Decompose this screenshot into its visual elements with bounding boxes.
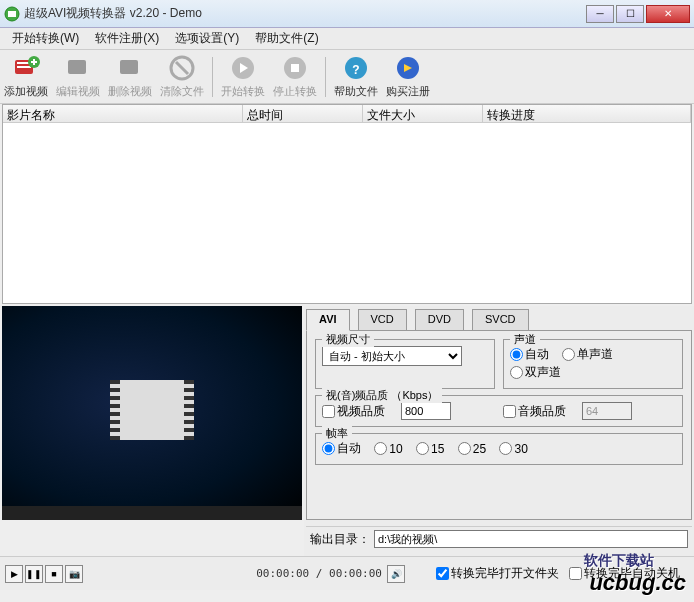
audio-quality-input[interactable] bbox=[582, 402, 632, 420]
add-video-icon bbox=[12, 54, 40, 82]
video-size-group: 视频尺寸 自动 - 初始大小 bbox=[315, 339, 495, 389]
clear-icon bbox=[168, 54, 196, 82]
menu-bar: 开始转换(W) 软件注册(X) 选项设置(Y) 帮助文件(Z) bbox=[0, 28, 694, 50]
svg-rect-7 bbox=[120, 60, 138, 74]
toolbar: 添加视频 编辑视频 删除视频 清除文件 开始转换 停止转换 ? 帮助文件 购买注… bbox=[0, 50, 694, 104]
col-name[interactable]: 影片名称 bbox=[3, 105, 243, 122]
toolbar-label: 编辑视频 bbox=[56, 84, 100, 99]
stop-icon bbox=[281, 54, 309, 82]
svg-rect-12 bbox=[291, 64, 299, 72]
start-convert-button[interactable]: 开始转换 bbox=[218, 52, 268, 102]
channel-legend: 声道 bbox=[510, 332, 540, 347]
output-label: 输出目录： bbox=[310, 531, 370, 548]
clear-files-button[interactable]: 清除文件 bbox=[157, 52, 207, 102]
menu-start[interactable]: 开始转换(W) bbox=[4, 28, 87, 49]
delete-video-icon bbox=[116, 54, 144, 82]
volume-button[interactable]: 🔊 bbox=[387, 565, 405, 583]
col-progress[interactable]: 转换进度 bbox=[483, 105, 691, 122]
toolbar-label: 停止转换 bbox=[273, 84, 317, 99]
play-button[interactable]: ▶ bbox=[5, 565, 23, 583]
fps-30-radio[interactable]: 30 bbox=[499, 442, 527, 456]
tab-avi[interactable]: AVI bbox=[306, 309, 350, 331]
fps-legend: 帧率 bbox=[322, 426, 352, 441]
buy-register-button[interactable]: 购买注册 bbox=[383, 52, 433, 102]
stop-button[interactable]: ■ bbox=[45, 565, 63, 583]
quality-group: 视(音)频品质 （Kbps） 视频品质 音频品质 bbox=[315, 395, 683, 427]
tab-svcd[interactable]: SVCD bbox=[472, 309, 529, 331]
output-row: 输出目录： bbox=[306, 526, 692, 551]
svg-line-9 bbox=[176, 62, 188, 74]
player-controls: ▶ ❚❚ ■ 📷 00:00:00 / 00:00:00 🔊 转换完毕打开文件夹… bbox=[0, 556, 694, 590]
maximize-button[interactable]: ☐ bbox=[616, 5, 644, 23]
help-file-button[interactable]: ? 帮助文件 bbox=[331, 52, 381, 102]
file-list: 影片名称 总时间 文件大小 转换进度 bbox=[2, 104, 692, 304]
toolbar-label: 开始转换 bbox=[221, 84, 265, 99]
svg-rect-1 bbox=[8, 11, 16, 17]
buy-icon bbox=[394, 54, 422, 82]
window-titlebar: 超级AVI视频转换器 v2.20 - Demo ─ ☐ ✕ bbox=[0, 0, 694, 28]
menu-register[interactable]: 软件注册(X) bbox=[87, 28, 167, 49]
svg-text:?: ? bbox=[352, 63, 359, 77]
fps-10-radio[interactable]: 10 bbox=[374, 442, 402, 456]
minimize-button[interactable]: ─ bbox=[586, 5, 614, 23]
audio-quality-check[interactable]: 音频品质 bbox=[503, 403, 566, 420]
tab-dvd[interactable]: DVD bbox=[415, 309, 464, 331]
pause-button[interactable]: ❚❚ bbox=[25, 565, 43, 583]
toolbar-label: 删除视频 bbox=[108, 84, 152, 99]
snapshot-button[interactable]: 📷 bbox=[65, 565, 83, 583]
open-after-check[interactable]: 转换完毕打开文件夹 bbox=[436, 565, 559, 582]
fps-15-radio[interactable]: 15 bbox=[416, 442, 444, 456]
toolbar-label: 帮助文件 bbox=[334, 84, 378, 99]
seek-bar[interactable] bbox=[2, 506, 302, 520]
player-time: 00:00:00 / 00:00:00 bbox=[256, 567, 382, 580]
help-icon: ? bbox=[342, 54, 370, 82]
toolbar-label: 购买注册 bbox=[386, 84, 430, 99]
svg-rect-4 bbox=[17, 66, 31, 68]
list-header: 影片名称 总时间 文件大小 转换进度 bbox=[3, 105, 691, 123]
toolbar-separator bbox=[212, 57, 213, 97]
app-icon bbox=[4, 6, 20, 22]
edit-video-icon bbox=[64, 54, 92, 82]
svg-rect-6 bbox=[68, 60, 86, 74]
start-icon bbox=[229, 54, 257, 82]
video-preview bbox=[2, 306, 302, 520]
channel-stereo-radio[interactable]: 双声道 bbox=[510, 364, 561, 381]
menu-options[interactable]: 选项设置(Y) bbox=[167, 28, 247, 49]
channel-mono-radio[interactable]: 单声道 bbox=[562, 346, 613, 363]
video-quality-input[interactable] bbox=[401, 402, 451, 420]
window-title: 超级AVI视频转换器 v2.20 - Demo bbox=[24, 5, 584, 22]
video-size-select[interactable]: 自动 - 初始大小 bbox=[322, 346, 462, 366]
edit-video-button[interactable]: 编辑视频 bbox=[53, 52, 103, 102]
fps-group: 帧率 自动 10 15 25 30 bbox=[315, 433, 683, 465]
filmstrip-icon bbox=[112, 380, 192, 440]
video-size-legend: 视频尺寸 bbox=[322, 332, 374, 347]
channel-group: 声道 自动 单声道 双声道 bbox=[503, 339, 683, 389]
output-path-input[interactable] bbox=[374, 530, 688, 548]
tab-vcd[interactable]: VCD bbox=[358, 309, 407, 331]
stop-convert-button[interactable]: 停止转换 bbox=[270, 52, 320, 102]
toolbar-label: 清除文件 bbox=[160, 84, 204, 99]
shutdown-check[interactable]: 转换完毕自动关机 bbox=[569, 565, 680, 582]
menu-help[interactable]: 帮助文件(Z) bbox=[247, 28, 326, 49]
list-body[interactable] bbox=[3, 123, 691, 303]
channel-auto-radio[interactable]: 自动 bbox=[510, 346, 549, 363]
settings-panel: AVI VCD DVD SVCD 视频尺寸 自动 - 初始大小 声道 自动 单声… bbox=[304, 306, 694, 556]
add-video-button[interactable]: 添加视频 bbox=[1, 52, 51, 102]
video-quality-check[interactable]: 视频品质 bbox=[322, 403, 385, 420]
delete-video-button[interactable]: 删除视频 bbox=[105, 52, 155, 102]
close-button[interactable]: ✕ bbox=[646, 5, 690, 23]
toolbar-label: 添加视频 bbox=[4, 84, 48, 99]
col-size[interactable]: 文件大小 bbox=[363, 105, 483, 122]
col-time[interactable]: 总时间 bbox=[243, 105, 363, 122]
fps-auto-radio[interactable]: 自动 bbox=[322, 440, 361, 457]
fps-25-radio[interactable]: 25 bbox=[458, 442, 486, 456]
toolbar-separator bbox=[325, 57, 326, 97]
quality-legend: 视(音)频品质 （Kbps） bbox=[322, 388, 442, 403]
format-tabs: AVI VCD DVD SVCD bbox=[306, 308, 692, 330]
